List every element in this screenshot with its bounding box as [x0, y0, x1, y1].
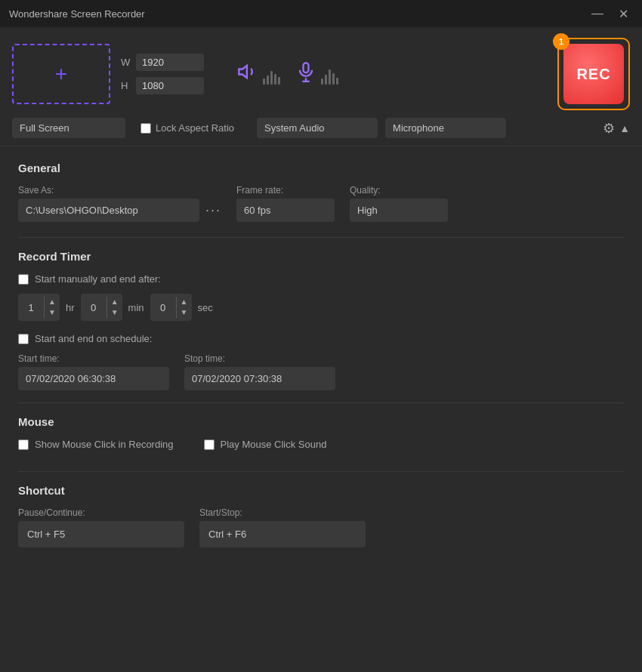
play-click-sound-row: Play Mouse Click Sound: [204, 439, 327, 450]
min-spinner: 0 ▲ ▼: [81, 294, 122, 321]
microphone-icon: [295, 61, 316, 88]
main-content: General Save As: ··· Frame rate: 60 fps …: [0, 146, 642, 672]
audio-section: [237, 61, 338, 88]
mouse-header: Mouse: [18, 415, 624, 428]
speaker-level-bars: [263, 63, 280, 85]
start-manually-checkbox[interactable]: [18, 274, 29, 285]
divider-1: [18, 237, 624, 238]
general-header: General: [18, 162, 624, 174]
start-time-input[interactable]: [18, 367, 169, 390]
width-row: W: [121, 54, 204, 71]
mic-level-bars: [321, 63, 338, 85]
hr-down-arrow[interactable]: ▼: [45, 307, 60, 318]
shortcut-grid: Pause/Continue: Start/Stop:: [18, 507, 624, 547]
audio-icons: [237, 61, 338, 88]
settings-icon[interactable]: ⚙: [603, 120, 615, 137]
rec-btn-wrapper: REC: [557, 38, 630, 110]
min-unit: min: [128, 302, 144, 313]
divider-2: [18, 402, 624, 403]
height-input[interactable]: [136, 77, 204, 94]
hr-up-arrow[interactable]: ▲: [45, 297, 60, 307]
play-click-sound-checkbox[interactable]: [204, 439, 215, 450]
schedule-row: Start and end on schedule:: [18, 333, 624, 344]
save-path-input[interactable]: [18, 199, 199, 222]
speaker-icon: [237, 61, 258, 88]
sec-unit: sec: [198, 302, 213, 313]
min-up-arrow[interactable]: ▲: [107, 297, 122, 307]
settings-row: ⚙ ▲: [603, 120, 630, 137]
svg-marker-0: [239, 65, 247, 77]
quality-label: Quality:: [350, 185, 448, 196]
width-label: W: [121, 57, 131, 68]
audio-source-select[interactable]: System Audio No Audio: [257, 118, 378, 138]
lock-aspect-checkbox[interactable]: [140, 123, 151, 134]
top-row: + W H: [12, 38, 630, 110]
stop-time-group: Stop time:: [184, 353, 335, 390]
quality-select[interactable]: High Medium Low: [350, 199, 448, 222]
pause-continue-input[interactable]: [18, 521, 184, 547]
sec-spinner: 0 ▲ ▼: [150, 294, 192, 321]
mic-source-select[interactable]: Microphone No Microphone: [385, 118, 506, 138]
min-value: 0: [81, 302, 106, 313]
capture-plus-icon: +: [55, 62, 67, 86]
start-stop-label: Start/Stop:: [199, 507, 366, 518]
title-bar: Wondershare Screen Recorder — ✕: [0, 0, 642, 27]
stop-time-label: Stop time:: [184, 353, 335, 364]
mic-group: [295, 61, 338, 88]
pause-continue-label: Pause/Continue:: [18, 507, 184, 518]
framerate-label: Frame rate:: [236, 185, 335, 196]
close-button[interactable]: ✕: [614, 5, 633, 23]
sec-up-arrow[interactable]: ▲: [177, 297, 192, 307]
mouse-section: Mouse Show Mouse Click in Recording Play…: [18, 415, 624, 459]
record-timer-header: Record Timer: [18, 250, 624, 263]
min-arrows: ▲ ▼: [106, 297, 122, 318]
width-input[interactable]: [136, 54, 204, 71]
sec-down-arrow[interactable]: ▼: [177, 307, 192, 318]
schedule-times: Start time: Stop time:: [18, 353, 624, 390]
save-as-group: Save As: ···: [18, 185, 221, 222]
window-controls: — ✕: [587, 5, 633, 23]
timer-inputs: 1 ▲ ▼ hr 0 ▲ ▼ min 0 ▲: [18, 294, 624, 321]
quality-group: Quality: High Medium Low: [350, 185, 448, 222]
rec-button[interactable]: REC: [563, 44, 624, 104]
start-stop-group: Start/Stop:: [199, 507, 366, 547]
rec-section: 1 REC: [557, 38, 630, 110]
svg-rect-1: [304, 63, 309, 72]
start-time-group: Start time:: [18, 353, 169, 390]
start-manually-row: Start manually and end after:: [18, 273, 624, 285]
start-stop-input[interactable]: [199, 521, 366, 547]
minimize-button[interactable]: —: [587, 5, 608, 22]
hr-value: 1: [18, 302, 44, 313]
mouse-checkboxes: Show Mouse Click in Recording Play Mouse…: [18, 439, 624, 459]
sec-arrows: ▲ ▼: [176, 297, 192, 318]
hr-arrows: ▲ ▼: [44, 297, 60, 318]
save-as-label: Save As:: [18, 185, 221, 196]
show-click-checkbox[interactable]: [18, 439, 29, 450]
top-bottom-row: Full Screen Custom Area Window Lock Aspe…: [12, 118, 630, 138]
general-grid: Save As: ··· Frame rate: 60 fps 30 fps 2…: [18, 185, 624, 222]
hr-spinner: 1 ▲ ▼: [18, 294, 60, 321]
min-down-arrow[interactable]: ▼: [107, 307, 122, 318]
shortcut-section: Shortcut Pause/Continue: Start/Stop:: [18, 484, 624, 547]
schedule-checkbox[interactable]: [18, 334, 29, 344]
path-row: ···: [18, 199, 221, 222]
general-section: General Save As: ··· Frame rate: 60 fps …: [18, 162, 624, 222]
top-panel: + W H: [0, 27, 642, 146]
dimension-inputs: W H: [121, 54, 204, 94]
height-label: H: [121, 80, 131, 91]
record-timer-section: Record Timer Start manually and end afte…: [18, 250, 624, 390]
fps-select[interactable]: 60 fps 30 fps 24 fps 15 fps: [236, 199, 335, 222]
stop-time-input[interactable]: [184, 367, 335, 390]
divider-3: [18, 471, 624, 472]
chevron-up-icon[interactable]: ▲: [619, 122, 630, 134]
hr-unit: hr: [66, 302, 75, 313]
browse-button[interactable]: ···: [205, 202, 221, 218]
sec-value: 0: [150, 302, 176, 313]
show-click-row: Show Mouse Click in Recording: [18, 439, 174, 450]
pause-continue-group: Pause/Continue:: [18, 507, 184, 547]
screen-mode-select[interactable]: Full Screen Custom Area Window: [12, 118, 125, 138]
speaker-group: [237, 61, 280, 88]
start-time-label: Start time:: [18, 353, 169, 364]
capture-area-box[interactable]: +: [12, 44, 110, 104]
rec-badge: 1: [553, 33, 569, 50]
